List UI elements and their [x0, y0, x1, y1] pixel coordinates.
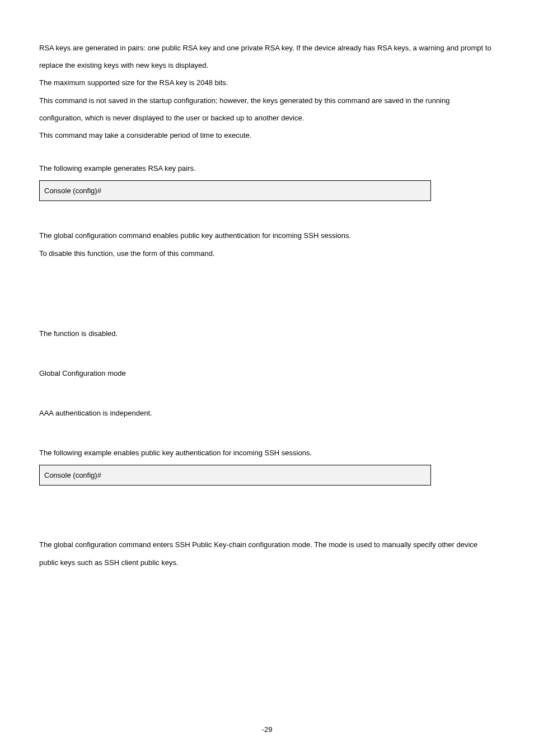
body-paragraph: This command is not saved in the startup… [39, 92, 495, 127]
body-paragraph: RSA keys are generated in pairs: one pub… [39, 39, 495, 74]
text-fragment: To disable this function, use the [39, 249, 143, 258]
user-guidelines-text: AAA authentication is independent. [39, 404, 495, 422]
example-intro: The following example generates RSA key … [39, 160, 495, 177]
example-intro: The following example enables public key… [39, 444, 495, 461]
console-prompt: Console (config)# [44, 186, 101, 195]
text-fragment: form of this command. [143, 249, 215, 258]
body-paragraph: The maximum supported size for the RSA k… [39, 74, 495, 91]
text-fragment: global configuration command enters SSH … [39, 540, 477, 566]
command-mode-text: Global Configuration mode [39, 365, 495, 382]
page-number: -29 [0, 725, 534, 734]
default-config-text: The function is disabled. [39, 325, 495, 342]
body-paragraph: This command may take a considerable per… [39, 127, 495, 144]
command-description: The global configuration command enters … [39, 536, 495, 571]
command-description: The global configuration command enables… [39, 227, 495, 244]
command-disable-note: To disable this function, use the form o… [39, 245, 495, 262]
text-fragment: global configuration command enables pub… [54, 231, 351, 240]
text-fragment: The [39, 540, 54, 549]
console-example: Console (config)# [39, 180, 431, 201]
console-example: Console (config)# [39, 465, 431, 486]
console-prompt: Console (config)# [44, 471, 101, 479]
text-fragment: The [39, 231, 54, 240]
